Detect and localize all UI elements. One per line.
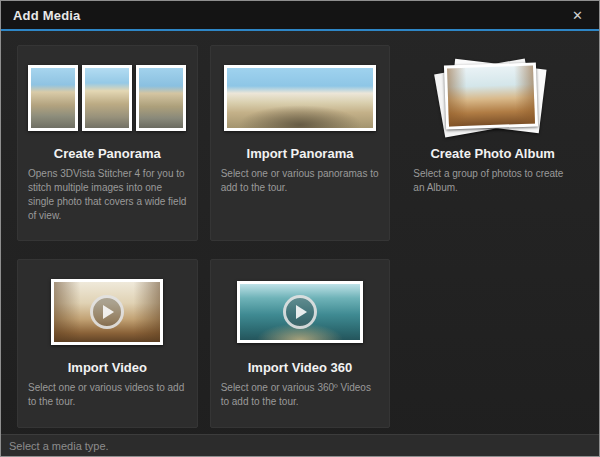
card-title: Create Photo Album <box>430 146 554 161</box>
photo-stack-icon <box>433 56 553 140</box>
close-button[interactable]: ✕ <box>566 5 589 26</box>
card-import-panorama[interactable]: Import Panorama Select one or various pa… <box>210 45 391 241</box>
card-description: Select one or various videos to add to t… <box>28 381 187 409</box>
card-description: Select one or various 360º Videos to add… <box>221 381 380 409</box>
card-description: Select a group of photos to create an Al… <box>413 167 572 195</box>
card-import-video[interactable]: Import Video Select one or various video… <box>17 259 198 428</box>
title-bar: Add Media ✕ <box>1 1 599 29</box>
card-description: Opens 3DVista Stitcher 4 for you to stit… <box>28 167 187 223</box>
create-photo-album-thumbnail <box>413 56 572 140</box>
play-icon <box>283 295 317 329</box>
status-bar: Select a media type. <box>1 434 599 456</box>
card-create-panorama[interactable]: Create Panorama Opens 3DVista Stitcher 4… <box>17 45 198 241</box>
play-icon <box>90 295 124 329</box>
empty-grid-slot <box>402 259 583 428</box>
video360-play-icon <box>237 281 363 343</box>
import-panorama-thumbnail <box>221 56 380 140</box>
stitch-photo-3 <box>136 65 186 131</box>
card-title: Import Video <box>68 360 147 375</box>
create-panorama-thumbnail <box>28 56 187 140</box>
media-grid: Create Panorama Opens 3DVista Stitcher 4… <box>1 31 599 434</box>
status-text: Select a media type. <box>9 440 109 452</box>
card-title: Create Panorama <box>54 146 161 161</box>
video-play-icon <box>51 279 163 345</box>
import-video-thumbnail <box>28 270 187 354</box>
card-title: Import Panorama <box>247 146 354 161</box>
album-photo-top <box>444 62 538 129</box>
add-media-dialog: Add Media ✕ Create Panorama Opens 3DVist… <box>0 0 600 457</box>
dialog-title: Add Media <box>13 8 81 23</box>
card-import-video-360[interactable]: Import Video 360 Select one or various 3… <box>210 259 391 428</box>
card-description: Select one or various panoramas to add t… <box>221 167 380 195</box>
card-title: Import Video 360 <box>248 360 353 375</box>
stitch-photo-2 <box>82 65 132 131</box>
card-create-photo-album[interactable]: Create Photo Album Select a group of pho… <box>402 45 583 241</box>
panorama-photo-icon <box>224 65 376 131</box>
import-video-360-thumbnail <box>221 270 380 354</box>
close-icon: ✕ <box>572 8 583 23</box>
stitch-photo-1 <box>28 65 78 131</box>
panorama-stitch-photos-icon <box>28 65 186 131</box>
